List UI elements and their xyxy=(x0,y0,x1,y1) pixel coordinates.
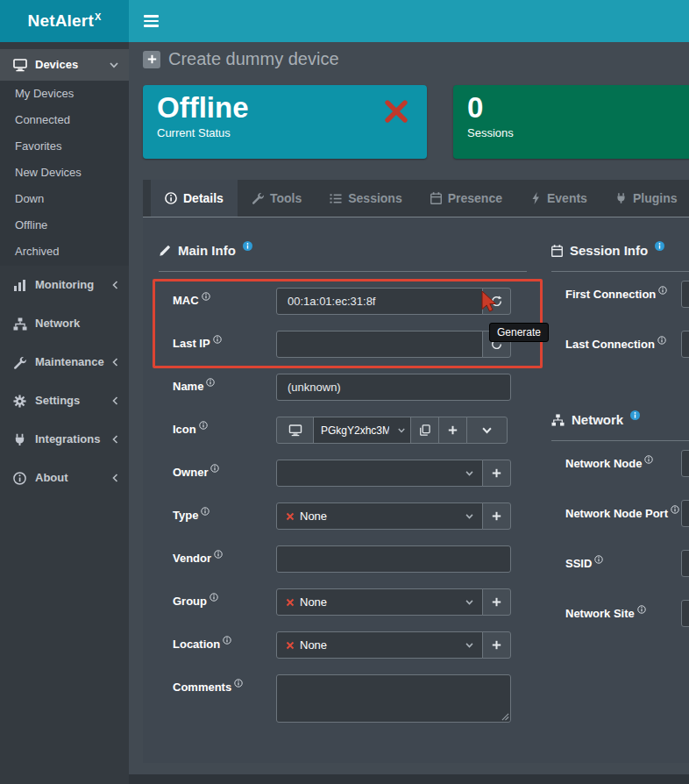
chart-bars-icon xyxy=(11,279,28,291)
type-row: Type None xyxy=(159,502,527,530)
tab-details[interactable]: Details xyxy=(151,180,238,217)
info-icon[interactable] xyxy=(214,550,223,559)
ssid-input[interactable] xyxy=(681,550,689,577)
status-label: Sessions xyxy=(453,124,689,139)
sidebar-item-settings[interactable]: Settings xyxy=(0,381,129,420)
type-select[interactable]: None xyxy=(276,502,483,530)
sidebar-item-new-devices[interactable]: New Devices xyxy=(0,160,129,186)
mac-generate-button[interactable] xyxy=(482,288,511,315)
sidebar-item-down[interactable]: Down xyxy=(0,186,129,212)
bolt-icon xyxy=(530,192,541,204)
group-add-button[interactable] xyxy=(482,588,511,616)
sidebar-item-my-devices[interactable]: My Devices xyxy=(0,81,129,107)
hamburger-icon[interactable] xyxy=(144,12,159,30)
vendor-input[interactable] xyxy=(276,545,511,573)
network-node-input[interactable] xyxy=(681,450,689,477)
owner-label: Owner xyxy=(173,460,276,480)
group-select[interactable]: None xyxy=(276,588,483,616)
owner-add-button[interactable] xyxy=(482,460,511,487)
network-node-port-input[interactable] xyxy=(681,500,689,527)
info-icon[interactable] xyxy=(206,378,215,387)
sidebar-item-label: Monitoring xyxy=(35,278,94,292)
tab-sessions[interactable]: Sessions xyxy=(316,180,416,217)
footer-bar xyxy=(129,774,689,784)
last-connection-input[interactable] xyxy=(681,331,689,358)
sidebar-item-archived[interactable]: Archived xyxy=(0,239,129,265)
info-icon[interactable] xyxy=(637,605,646,614)
icon-add-button[interactable] xyxy=(438,417,467,444)
wrench-icon xyxy=(11,356,28,369)
sidebar-item-integrations[interactable]: Integrations xyxy=(0,420,129,459)
network-node-port-label: Network Node Port xyxy=(565,500,681,521)
resize-grip-icon[interactable] xyxy=(501,713,509,721)
comments-textarea[interactable] xyxy=(276,674,511,723)
info-icon[interactable] xyxy=(199,421,208,430)
plus-icon xyxy=(492,640,501,650)
sidebar-item-network[interactable]: Network xyxy=(0,304,129,343)
info-icon[interactable] xyxy=(213,335,222,344)
icon-copy-button[interactable] xyxy=(410,417,439,444)
sidebar: Devices My Devices Connected Favorites N… xyxy=(0,42,129,784)
tab-events[interactable]: Events xyxy=(516,180,601,217)
sidebar-item-label: Settings xyxy=(35,394,80,408)
monitor-icon xyxy=(288,424,302,437)
name-input[interactable]: (unknown) xyxy=(276,374,511,401)
page-title: Create dummy device xyxy=(168,49,339,69)
brand-name: NetAlert xyxy=(27,11,94,31)
info-icon[interactable] xyxy=(594,555,603,564)
info-icon[interactable] xyxy=(658,286,667,295)
mac-label: MAC xyxy=(173,288,276,308)
location-add-button[interactable] xyxy=(482,631,511,659)
info-icon[interactable] xyxy=(210,464,219,473)
refresh-icon xyxy=(491,296,502,307)
monitor-icon xyxy=(11,59,28,72)
tab-label: Details xyxy=(183,191,224,205)
icon-select[interactable]: PGkgY2xhc3M xyxy=(313,417,411,444)
chevron-left-icon xyxy=(112,281,118,289)
tab-tools[interactable]: Tools xyxy=(238,180,316,217)
icon-preview-button[interactable] xyxy=(276,417,314,444)
sidebar-item-maintenance[interactable]: Maintenance xyxy=(0,343,129,381)
owner-select[interactable] xyxy=(276,460,483,487)
info-icon[interactable] xyxy=(201,507,210,516)
network-site-input[interactable] xyxy=(681,600,689,627)
red-x-icon xyxy=(286,641,295,650)
sidebar-item-about[interactable]: About xyxy=(0,459,129,497)
tab-plugins[interactable]: Plugins xyxy=(601,180,689,217)
chevron-left-icon xyxy=(112,435,118,444)
sidebar-item-label: Integrations xyxy=(35,432,100,446)
info-icon[interactable] xyxy=(210,593,218,602)
name-row: Name (unknown) xyxy=(159,374,527,401)
tab-presence[interactable]: Presence xyxy=(416,180,516,217)
sidebar-item-connected[interactable]: Connected xyxy=(0,107,129,133)
chevron-left-icon xyxy=(112,474,118,482)
brand-logo[interactable]: NetAlertX xyxy=(0,0,129,42)
tab-label: Sessions xyxy=(348,191,401,205)
info-icon[interactable] xyxy=(630,410,640,420)
first-connection-input[interactable] xyxy=(681,281,689,308)
group-label: Group xyxy=(173,588,276,609)
sidebar-item-label: Network xyxy=(35,317,80,331)
icon-dropdown-button[interactable] xyxy=(466,417,508,444)
mac-input[interactable]: 00:1a:01:ec:31:8f xyxy=(276,288,483,315)
group-select-value: None xyxy=(300,595,327,609)
last-ip-input[interactable] xyxy=(276,331,483,358)
info-icon[interactable] xyxy=(223,636,231,645)
sidebar-item-monitoring[interactable]: Monitoring xyxy=(0,266,129,304)
sitemap-icon xyxy=(11,317,28,331)
sidebar-item-favorites[interactable]: Favorites xyxy=(0,133,129,160)
info-icon[interactable] xyxy=(234,679,243,688)
last-ip-label: Last IP xyxy=(173,331,276,351)
location-select[interactable]: None xyxy=(276,631,483,659)
info-icon[interactable] xyxy=(644,455,653,464)
sidebar-item-label: Devices xyxy=(35,58,78,72)
info-icon[interactable] xyxy=(657,336,666,345)
sidebar-item-offline[interactable]: Offline xyxy=(0,212,129,239)
type-add-button[interactable] xyxy=(482,502,511,530)
info-icon[interactable] xyxy=(202,292,210,301)
info-icon[interactable] xyxy=(655,241,664,251)
sidebar-item-devices[interactable]: Devices xyxy=(0,49,129,81)
info-icon[interactable] xyxy=(671,505,679,514)
info-icon[interactable] xyxy=(243,241,252,251)
location-select-value: None xyxy=(300,638,327,652)
